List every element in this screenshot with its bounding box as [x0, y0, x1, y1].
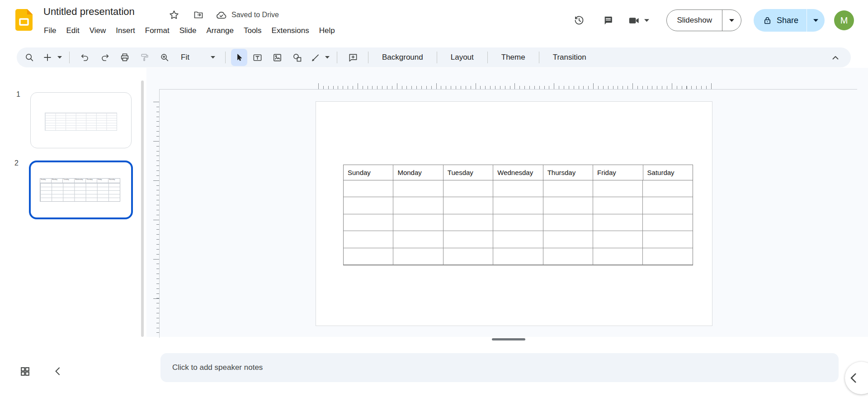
insert-comment-button[interactable] [343, 49, 363, 66]
slide-1-thumbnail[interactable] [30, 92, 132, 148]
table-header-cell[interactable]: Saturday [643, 165, 693, 180]
slides-logo-icon[interactable] [15, 9, 33, 31]
insert-image-button[interactable] [267, 49, 287, 66]
paint-format-button[interactable] [135, 49, 155, 66]
meet-camera-button[interactable] [628, 14, 649, 27]
zoom-caret-icon [211, 56, 215, 59]
insert-shape-button[interactable] [287, 49, 307, 66]
slide-editing-area[interactable]: Sunday Monday Tuesday Wednesday Thursday… [316, 101, 712, 326]
version-history-button[interactable] [570, 11, 588, 29]
text-box-button[interactable] [247, 49, 267, 66]
toolbar-divider [69, 52, 70, 63]
cloud-saved-icon [215, 9, 227, 21]
share-button[interactable]: Share [754, 9, 807, 32]
calendar-table[interactable]: Sunday Monday Tuesday Wednesday Thursday… [343, 165, 693, 265]
lock-icon [763, 16, 772, 25]
share-split-button: Share [754, 9, 825, 32]
toolbar-divider [225, 52, 226, 63]
slide-1-number: 1 [16, 90, 20, 99]
new-slide-caret[interactable] [56, 49, 64, 66]
menu-slide[interactable]: Slide [175, 25, 202, 37]
account-avatar[interactable]: M [834, 10, 854, 30]
zoom-value: Fit [181, 53, 189, 62]
menu-extensions[interactable]: Extensions [267, 25, 314, 37]
menu-view[interactable]: View [85, 25, 111, 37]
slide-1-table-preview [45, 113, 117, 131]
redo-button[interactable] [95, 49, 115, 66]
menus-search-button[interactable] [19, 49, 39, 66]
toolbar: Fit Background Layout Theme [17, 47, 851, 67]
zoom-in-button[interactable] [155, 49, 175, 66]
meet-caret-icon[interactable] [644, 19, 649, 22]
insert-line-caret[interactable] [323, 49, 331, 66]
mini-table-body [40, 183, 120, 201]
comments-button[interactable] [599, 11, 617, 29]
topbar-actions: Slideshow Share M [570, 9, 854, 32]
select-tool-button[interactable] [231, 49, 247, 66]
open-side-panel-button[interactable] [845, 362, 868, 394]
calendar-table-header-row: Sunday Monday Tuesday Wednesday Thursday… [344, 165, 693, 180]
save-status[interactable]: Saved to Drive [231, 11, 279, 19]
slide-2-number: 2 [14, 159, 19, 167]
slide-2-table-preview: Sunday Monday Tuesday Wednesday Thursday… [40, 178, 120, 201]
table-header-cell[interactable]: Tuesday [443, 165, 493, 180]
horizontal-ruler [159, 89, 857, 90]
hide-menus-button[interactable] [826, 47, 844, 67]
vertical-ruler [159, 89, 160, 338]
undo-button[interactable] [75, 49, 95, 66]
google-slides-app: Untitled presentation Saved to Drive Fil… [0, 0, 868, 397]
slideshow-button[interactable]: Slideshow [667, 10, 722, 31]
toolbar-divider [368, 52, 368, 63]
toolbar-divider [539, 52, 539, 63]
filmstrip-scrollbar[interactable] [141, 80, 144, 337]
print-button[interactable] [115, 49, 135, 66]
menu-tools[interactable]: Tools [239, 25, 267, 37]
document-title[interactable]: Untitled presentation [43, 6, 135, 18]
move-folder-icon[interactable] [193, 9, 204, 21]
transition-button[interactable]: Transition [545, 50, 594, 65]
star-icon[interactable] [168, 9, 180, 21]
theme-button[interactable]: Theme [493, 50, 533, 65]
share-label: Share [777, 16, 798, 25]
menu-file[interactable]: File [39, 25, 61, 37]
speaker-notes-box[interactable]: Click to add speaker notes [160, 353, 839, 382]
toolbar-divider [487, 52, 488, 63]
zoom-select[interactable]: Fit [175, 53, 220, 62]
layout-button[interactable]: Layout [443, 50, 482, 65]
table-header-cell[interactable]: Thursday [543, 165, 593, 180]
new-slide-button[interactable] [39, 49, 56, 66]
calendar-table-empty-rows[interactable] [344, 180, 693, 265]
table-header-cell[interactable]: Wednesday [493, 165, 543, 180]
vertical-ruler-ticks [156, 102, 159, 337]
toolbar-divider [437, 52, 437, 63]
mini-table-header: Sunday Monday Tuesday Wednesday Thursday… [40, 179, 120, 183]
table-header-cell[interactable]: Sunday [344, 165, 393, 180]
horizontal-ruler-ticks [318, 86, 712, 89]
insert-line-button[interactable] [307, 49, 323, 66]
menubar: File Edit View Insert Format Slide Arran… [39, 25, 340, 37]
speaker-notes-placeholder: Click to add speaker notes [172, 353, 263, 382]
toolbar-divider [337, 52, 337, 63]
background-button[interactable]: Background [374, 50, 431, 65]
slideshow-split-button: Slideshow [666, 9, 741, 31]
collapse-filmstrip-button[interactable] [51, 364, 64, 378]
menu-arrange[interactable]: Arrange [201, 25, 238, 37]
menu-help[interactable]: Help [314, 25, 340, 37]
menu-edit[interactable]: Edit [61, 25, 84, 37]
share-caret[interactable] [807, 9, 825, 32]
table-header-cell[interactable]: Friday [593, 165, 643, 180]
slide-2-thumbnail[interactable]: Sunday Monday Tuesday Wednesday Thursday… [29, 161, 133, 219]
slideshow-caret[interactable] [722, 10, 741, 31]
table-header-cell[interactable]: Monday [393, 165, 443, 180]
menu-insert[interactable]: Insert [111, 25, 140, 37]
grid-view-button[interactable] [17, 364, 33, 379]
notes-resize-handle[interactable] [492, 338, 525, 340]
menu-format[interactable]: Format [140, 25, 175, 37]
